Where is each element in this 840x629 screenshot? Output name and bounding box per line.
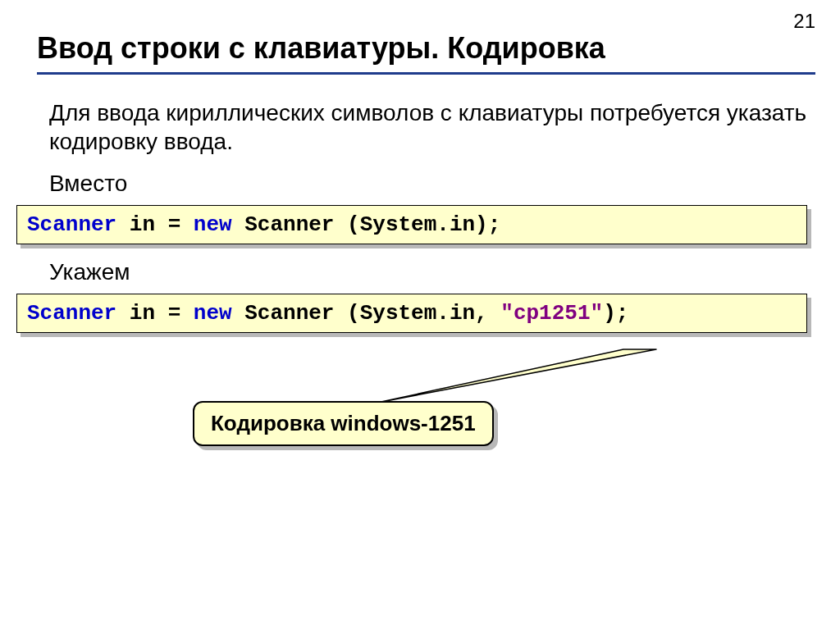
code-block-1: Scanner in = new Scanner (System.in); (16, 205, 807, 244)
code-token-rest: Scanner (System.in); (232, 212, 501, 237)
code-token-keyword: new (194, 212, 232, 237)
label-specify: Укажем (49, 259, 807, 285)
callout-box: Кодировка windows-1251 (193, 401, 494, 446)
slide-title: Ввод строки с клавиатуры. Кодировка (37, 31, 815, 75)
page-number: 21 (793, 10, 815, 33)
code-token-end: ); (603, 301, 628, 326)
code-token-ident: in = (116, 212, 194, 237)
label-instead: Вместо (49, 171, 807, 197)
code-token-type: Scanner (27, 212, 116, 237)
code-token-string: "cp1251" (500, 301, 603, 326)
svg-marker-0 (377, 349, 656, 403)
code-block-2: Scanner in = new Scanner (System.in, "cp… (16, 294, 807, 333)
code-token-type: Scanner (27, 301, 116, 326)
code-token-keyword: new (194, 301, 232, 326)
code-line-2: Scanner in = new Scanner (System.in, "cp… (27, 301, 628, 326)
callout-area: Кодировка windows-1251 (16, 348, 807, 454)
code-token-ident: in = (116, 301, 194, 326)
slide-body: Для ввода кириллических символов с клави… (49, 98, 807, 454)
code-line-1: Scanner in = new Scanner (System.in); (27, 212, 500, 237)
intro-paragraph: Для ввода кириллических символов с клави… (49, 98, 807, 156)
callout-text: Кодировка windows-1251 (211, 411, 476, 435)
code-token-mid: Scanner (System.in, (232, 301, 501, 326)
